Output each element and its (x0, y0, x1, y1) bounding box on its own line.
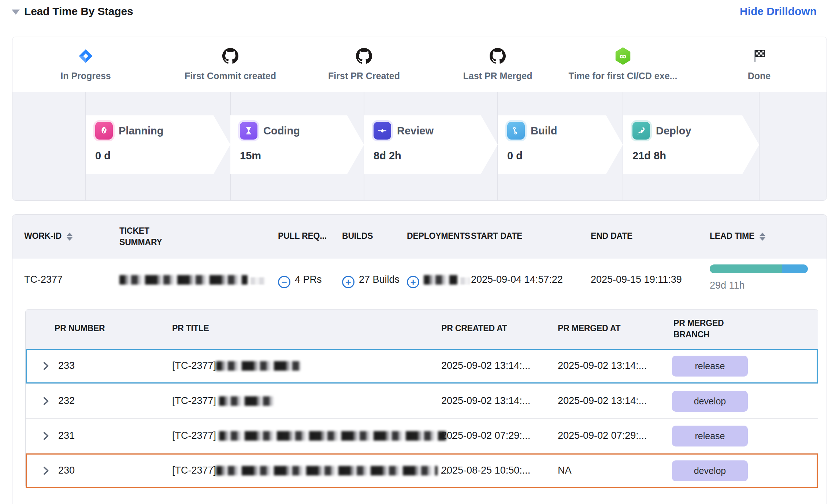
stage-name: Coding (263, 125, 300, 137)
github-icon (298, 46, 430, 66)
finish-flag-icon (693, 46, 825, 66)
github-icon (432, 46, 564, 66)
expand-chevron-icon[interactable] (40, 395, 52, 407)
stage-duration: 15m (240, 150, 364, 162)
pr-number: 232 (58, 395, 75, 407)
milestone-label: Last PR Merged (432, 71, 564, 81)
stage-duration: 21d 8h (632, 150, 759, 162)
collapse-prs-icon[interactable]: − (278, 276, 290, 288)
github-icon (164, 46, 296, 66)
expand-chevron-icon[interactable] (40, 360, 52, 372)
stage-duration: 0 d (507, 150, 623, 162)
hide-drilldown-link[interactable]: Hide Drilldown (740, 5, 817, 18)
pr-table: PR NUMBER PR TITLE PR CREATED AT PR MERG… (25, 309, 818, 488)
lead-time-value: 29d 11h (710, 280, 745, 291)
pr-title: [TC-2377] ... (172, 465, 449, 476)
lead-bar-blue-segment (782, 264, 808, 273)
hourglass-icon (240, 122, 257, 140)
milestone-first-pr: First PR Created (298, 46, 430, 81)
column-ticket-summary: TICKET SUMMARY (119, 225, 174, 248)
milestone-done: Done (693, 46, 825, 81)
commit-icon (374, 122, 391, 140)
milestone-label: In Progress (20, 71, 152, 81)
pr-created-at: 2025-08-25 10:50:... (441, 465, 530, 476)
column-pr-merged-branch: PR MERGED BRANCH (673, 318, 736, 340)
column-builds: BUILDS (342, 231, 373, 241)
milestone-label: First PR Created (298, 71, 430, 81)
column-deployments: DEPLOYMENTS (407, 231, 470, 241)
branch-icon (507, 122, 525, 140)
pr-created-at: 2025-09-02 13:14:... (441, 360, 530, 371)
column-label: LEAD TIME (710, 231, 754, 241)
deployments-cell[interactable]: + (407, 274, 470, 288)
stage-review: Review 8d 2h (364, 115, 498, 174)
pr-row-231[interactable]: 231 [TC-2377] ... 2025-09-02 07:29:... 2… (26, 418, 818, 453)
column-label: WORK-ID (24, 231, 62, 241)
pr-title: [TC-2377] ... (172, 430, 457, 441)
pr-merged-at: 2025-09-02 07:29:... (558, 430, 647, 441)
pr-number: 233 (58, 360, 75, 371)
pr-created-at: 2025-09-02 07:29:... (441, 430, 530, 441)
column-pr-number: PR NUMBER (55, 323, 105, 333)
pr-title: [TC-2377] (172, 360, 300, 371)
milestone-in-progress: In Progress (20, 46, 152, 81)
pr-count: 4 PRs (295, 274, 322, 285)
expand-chevron-icon[interactable] (40, 430, 52, 442)
pr-row-230[interactable]: 230 [TC-2377] ... 2025-08-25 10:50:... N… (26, 453, 818, 488)
builds-cell[interactable]: +27 Builds (342, 274, 400, 288)
milestone-label: Time for first CI/CD exe... (557, 71, 689, 81)
stage-name: Review (397, 125, 434, 137)
stage-name: Planning (119, 125, 163, 137)
collapse-caret-icon[interactable] (12, 10, 20, 15)
stage-name: Build (531, 125, 557, 137)
pr-row-232[interactable]: 232 [TC-2377] 2025-09-02 13:14:... 2025-… (26, 383, 818, 418)
sort-icon[interactable] (760, 233, 765, 241)
stage-planning: Planning 0 d (86, 115, 230, 174)
pull-requests-cell[interactable]: −4 PRs (278, 274, 322, 288)
stage-name: Deploy (656, 125, 691, 137)
branch-badge: release (672, 426, 748, 446)
start-date-cell: 2025-09-04 14:57:22 (471, 274, 563, 285)
expand-builds-icon[interactable]: + (342, 276, 354, 288)
pr-title-prefix: [TC-2377] (172, 395, 216, 406)
page-title: Lead Time By Stages (24, 5, 133, 18)
column-pr-created-at: PR CREATED AT (441, 323, 507, 333)
expand-deployments-icon[interactable]: + (407, 276, 419, 288)
expand-chevron-icon[interactable] (40, 464, 52, 477)
pr-title-prefix: [TC-2377] (172, 430, 216, 441)
stages-band: Planning 0 d Coding 15m (12, 92, 827, 201)
pr-table-header: PR NUMBER PR TITLE PR CREATED AT PR MERG… (26, 310, 818, 349)
lead-time-bar (710, 264, 808, 273)
pr-row-233[interactable]: 233 [TC-2377] 2025-09-02 13:14:... 2025-… (26, 349, 818, 383)
section-header: Lead Time By Stages Hide Drilldown (11, 4, 827, 21)
stage-separator (759, 92, 760, 201)
end-date-cell: 2025-09-15 19:11:39 (591, 274, 682, 285)
work-items-table: WORK-ID TICKET SUMMARY PULL REQ... BUILD… (12, 214, 827, 504)
column-pr-title: PR TITLE (172, 323, 209, 333)
cicd-icon: ∞ (557, 46, 689, 66)
stage-duration: 8d 2h (374, 150, 498, 162)
stage-duration: 0 d (95, 150, 230, 162)
rocket-icon (632, 122, 650, 140)
lead-bar-teal-segment (710, 264, 782, 273)
work-id-cell: TC-2377 (24, 274, 63, 285)
work-item-row[interactable]: TC-2377 −4 PRs +27 Builds + 2025-09-04 1… (12, 259, 827, 309)
branch-badge: develop (672, 460, 748, 481)
column-start-date: START DATE (471, 231, 522, 241)
column-work-id[interactable]: WORK-ID (24, 231, 73, 241)
stage-deploy: Deploy 21d 8h (623, 115, 759, 174)
column-pull-requests: PULL REQ... (278, 231, 327, 241)
pr-merged-at: 2025-09-02 13:14:... (558, 360, 647, 371)
planning-icon (95, 122, 113, 140)
jira-icon (20, 46, 152, 66)
sort-icon[interactable] (67, 233, 73, 241)
column-lead-time[interactable]: LEAD TIME (710, 231, 765, 241)
column-end-date: END DATE (591, 231, 632, 241)
stage-build: Build 0 d (498, 115, 623, 174)
lead-time-by-stages-drilldown: Lead Time By Stages Hide Drilldown In Pr… (0, 0, 839, 504)
milestone-cicd: ∞ Time for first CI/CD exe... (557, 46, 689, 81)
pr-title-prefix: [TC-2377] (172, 360, 216, 371)
pr-merged-at: NA (558, 465, 572, 476)
stages-panel: In Progress First Commit created First P… (12, 37, 827, 201)
ticket-summary-redacted (119, 274, 265, 285)
